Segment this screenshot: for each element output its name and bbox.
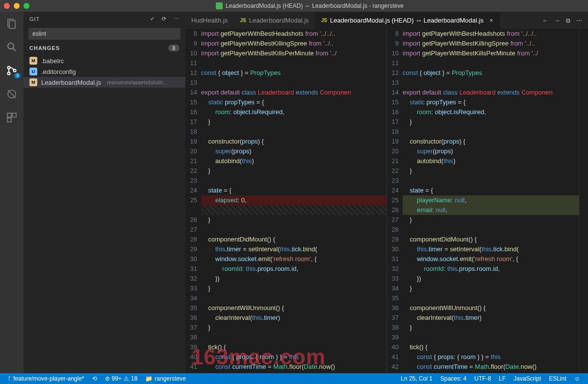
code-line[interactable]: export default class Leaderboard extends…	[201, 88, 386, 97]
maximize-icon[interactable]	[24, 3, 29, 9]
code-line[interactable]: }	[201, 166, 386, 176]
minimap[interactable]	[579, 29, 588, 373]
code-line[interactable]: static propTypes = {	[403, 97, 579, 107]
code-line[interactable]: componentDidMount() {	[201, 235, 386, 244]
code-line[interactable]: }	[403, 215, 579, 225]
diff-editor[interactable]: 8910111213141516171819202122232425262728…	[185, 29, 588, 373]
code-line[interactable]: roomId: this.props.room.id,	[201, 264, 386, 274]
diff-pane-modified[interactable]: 8910111213141516171819202122232425262728…	[387, 29, 588, 373]
code-line[interactable]: import getPlayerWithBestKillingSpree fro…	[201, 39, 386, 48]
tab[interactable]: JSLeaderboardModal.js	[234, 12, 315, 29]
next-editor-icon[interactable]: →	[554, 17, 560, 24]
eslint-status[interactable]: ESLint	[545, 375, 570, 382]
code-line[interactable]	[201, 205, 386, 215]
code-line[interactable]: componentWillUnmount() {	[201, 303, 386, 313]
code-line[interactable]: tick() {	[403, 342, 579, 352]
errors-status[interactable]: ⊘ 99+ ⚠ 18	[101, 375, 142, 382]
code-line[interactable]: autobind(this)	[201, 156, 386, 166]
extensions-icon[interactable]	[5, 111, 19, 124]
code-line[interactable]	[201, 225, 386, 235]
code-line[interactable]: room: object.isRequired,	[201, 107, 386, 117]
code-line[interactable]	[201, 176, 386, 186]
code-line[interactable]: }	[201, 117, 386, 127]
code-line[interactable]	[403, 58, 579, 68]
code-line[interactable]: this.timer = setInterval(this.tick.bind(	[201, 244, 386, 254]
code-line[interactable]: this.timer = setInterval(this.tick.bind(	[403, 244, 579, 254]
commit-input[interactable]	[28, 28, 180, 40]
change-item[interactable]: U.editorconfig	[24, 66, 185, 77]
change-item[interactable]: M.babelrc	[24, 55, 185, 66]
code-line[interactable]: email: null,	[403, 205, 579, 215]
close-icon[interactable]: ×	[489, 17, 493, 24]
change-item[interactable]: MLeaderboardModal.jsresources/assets/js/…	[24, 77, 185, 88]
more-editor-icon[interactable]: ⋯	[576, 17, 582, 24]
code-line[interactable]	[403, 225, 579, 235]
split-editor-icon[interactable]: ⧉	[566, 17, 570, 24]
code-line[interactable]	[403, 176, 579, 186]
code-line[interactable]: }	[403, 323, 579, 333]
feedback-icon[interactable]: ☺	[570, 375, 584, 382]
code-line[interactable]: clearInterval(this.timer)	[403, 313, 579, 323]
code-line[interactable]: componentDidMount() {	[403, 235, 579, 244]
explorer-icon[interactable]	[5, 17, 19, 30]
code-line[interactable]: const { object } = PropTypes	[403, 68, 579, 78]
code-line[interactable]: }	[201, 215, 386, 225]
code-line[interactable]	[201, 127, 386, 137]
code-line[interactable]: const { props: { room } } = this	[403, 352, 579, 362]
code-line[interactable]: }	[403, 166, 579, 176]
diff-pane-original[interactable]: 8910111213141516171819202122232425262728…	[185, 29, 387, 373]
code-line[interactable]: })	[201, 274, 386, 284]
code-line[interactable]: state = {	[403, 186, 579, 195]
code-line[interactable]: clearInterval(this.timer)	[201, 313, 386, 323]
code-line[interactable]: window.socket.emit('refresh room', {	[403, 254, 579, 264]
code-line[interactable]: const { object } = PropTypes	[201, 68, 386, 78]
cursor-status[interactable]: Ln 25, Col 1	[397, 375, 436, 382]
minimize-icon[interactable]	[14, 3, 20, 9]
search-icon[interactable]	[5, 40, 19, 54]
code-line[interactable]: roomId: this.props.room.id,	[403, 264, 579, 274]
code-line[interactable]: state = {	[201, 186, 386, 195]
code-line[interactable]: room: object.isRequired,	[403, 107, 579, 117]
code-line[interactable]: playerName: null,	[403, 195, 579, 205]
more-icon[interactable]: ⋯	[174, 16, 179, 22]
code-line[interactable]	[201, 333, 386, 342]
code-line[interactable]: static propTypes = {	[201, 97, 386, 107]
code-line[interactable]: elapsed: 0,	[201, 195, 386, 205]
folder-status[interactable]: 📁 rangersteve	[141, 375, 189, 382]
changes-header[interactable]: CHANGES 3	[24, 42, 185, 54]
code-line[interactable]: export default class Leaderboard extends…	[403, 88, 579, 97]
code-line[interactable]	[403, 127, 579, 137]
code-line[interactable]: componentWillUnmount() {	[403, 303, 579, 313]
code-line[interactable]: import getPlayerWithBestKillingSpree fro…	[403, 39, 579, 48]
prev-editor-icon[interactable]: ←	[542, 17, 548, 24]
code-line[interactable]: }	[201, 323, 386, 333]
code-line[interactable]: }	[403, 117, 579, 127]
code-line[interactable]	[403, 78, 579, 88]
code-line[interactable]: constructor(props) {	[201, 137, 386, 146]
scm-icon[interactable]: 3	[5, 64, 19, 77]
code-line[interactable]: import getPlayerWithBestHeadshots from '…	[201, 29, 386, 39]
code-line[interactable]: import getPlayerWithBestHeadshots from '…	[403, 29, 579, 39]
code-line[interactable]: constructor(props) {	[403, 137, 579, 146]
code-line[interactable]: const currentTime = Math.floor(Date.now(…	[201, 362, 386, 372]
commit-icon[interactable]: ✓	[150, 16, 155, 22]
code-line[interactable]: import getPlayerWithBestKillsPerMinute f…	[403, 48, 579, 58]
code-line[interactable]: }	[201, 284, 386, 293]
language-status[interactable]: JavaScript	[510, 375, 545, 382]
commit-message[interactable]	[28, 28, 180, 40]
branch-status[interactable]: ᚶ feature/move-player-angle*	[4, 375, 88, 382]
refresh-icon[interactable]: ⟳	[162, 16, 167, 22]
code-line[interactable]: super(props)	[403, 146, 579, 156]
code-line[interactable]	[201, 58, 386, 68]
tab[interactable]: HudHealth.js	[185, 12, 234, 29]
code-line[interactable]: autobind(this)	[403, 156, 579, 166]
code-line[interactable]	[403, 293, 579, 303]
code-line[interactable]	[403, 333, 579, 342]
encoding-status[interactable]: UTF-8	[470, 375, 495, 382]
code-line[interactable]	[201, 78, 386, 88]
tab[interactable]: JSLeaderboardModal.js (HEAD) ↔ Leaderboa…	[315, 12, 500, 29]
code-line[interactable]	[201, 293, 386, 303]
code-line[interactable]: const currentTime = Math.floor(Date.now(…	[403, 362, 579, 372]
eol-status[interactable]: LF	[495, 375, 510, 382]
code-line[interactable]: tick() {	[201, 342, 386, 352]
